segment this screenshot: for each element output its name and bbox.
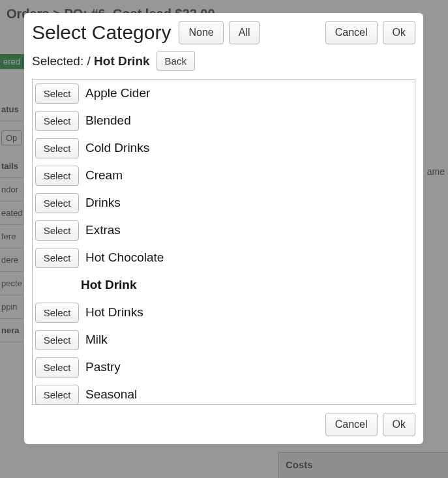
- selected-label: Selected: /: [32, 54, 94, 68]
- category-row: SelectApple Cider: [33, 80, 415, 107]
- select-cell: Select: [33, 382, 82, 406]
- select-category-button[interactable]: Select: [35, 166, 80, 186]
- select-cell: Select: [33, 81, 82, 106]
- select-cell: Select: [33, 300, 82, 325]
- selected-value: Hot Drink: [94, 54, 150, 68]
- none-button[interactable]: None: [179, 21, 223, 44]
- category-row: SelectPastry: [33, 353, 415, 381]
- category-row: SelectHot Chocolate: [33, 244, 415, 271]
- modal-header: Select Category None All Cancel Ok: [32, 21, 415, 44]
- ok-button-top[interactable]: Ok: [383, 21, 415, 44]
- category-row: SelectHot Drinks: [33, 299, 415, 326]
- category-label: Hot Drinks: [82, 305, 143, 320]
- select-category-button[interactable]: Select: [35, 303, 80, 323]
- category-row: SelectDrinks: [33, 189, 415, 217]
- select-cell: Select: [33, 355, 82, 380]
- category-label: Seasonal: [82, 387, 137, 402]
- select-category-modal: Select Category None All Cancel Ok Selec…: [24, 13, 423, 444]
- cancel-button-top[interactable]: Cancel: [325, 21, 378, 44]
- category-label: Apple Cider: [82, 86, 150, 100]
- modal-footer: Cancel Ok: [32, 413, 415, 436]
- select-cell: Select: [33, 163, 82, 188]
- select-cell: Select: [33, 136, 82, 161]
- all-button[interactable]: All: [229, 21, 260, 44]
- select-category-button[interactable]: Select: [35, 193, 80, 213]
- category-label: Extras: [82, 223, 121, 237]
- category-label: Drinks: [82, 196, 121, 210]
- category-label: Cream: [82, 168, 123, 183]
- category-row: SelectMilk: [33, 326, 415, 353]
- select-cell: Select: [33, 218, 82, 243]
- category-row: SelectSeasonal: [33, 381, 415, 405]
- select-category-button[interactable]: Select: [35, 138, 80, 158]
- select-cell: Select: [33, 245, 82, 271]
- select-category-button[interactable]: Select: [35, 220, 80, 241]
- category-label: Cold Drinks: [82, 141, 149, 155]
- select-category-button[interactable]: Select: [35, 111, 80, 131]
- cancel-button-bottom[interactable]: Cancel: [325, 413, 378, 436]
- select-category-button[interactable]: Select: [35, 83, 80, 104]
- select-category-button[interactable]: Select: [35, 248, 80, 268]
- category-row: Hot Drink: [33, 271, 415, 299]
- back-button[interactable]: Back: [157, 51, 195, 71]
- category-row: SelectCold Drinks: [33, 134, 415, 162]
- ok-button-bottom[interactable]: Ok: [383, 413, 415, 436]
- category-row: SelectCream: [33, 162, 415, 189]
- select-category-button[interactable]: Select: [35, 330, 80, 350]
- category-list: SelectApple CiderSelectBlendedSelectCold…: [32, 79, 415, 405]
- modal-title: Select Category: [32, 22, 171, 44]
- select-cell: Select: [33, 108, 82, 134]
- category-label: Milk: [82, 333, 108, 347]
- category-label: Hot Drink: [33, 278, 137, 292]
- select-cell: Select: [33, 190, 82, 216]
- category-label: Hot Chocolate: [82, 250, 164, 265]
- category-row: SelectBlended: [33, 107, 415, 134]
- select-category-button[interactable]: Select: [35, 385, 80, 405]
- category-row: SelectExtras: [33, 217, 415, 244]
- category-label: Blended: [82, 113, 131, 128]
- category-label: Pastry: [82, 360, 121, 374]
- select-category-button[interactable]: Select: [35, 357, 80, 378]
- select-cell: Select: [33, 327, 82, 353]
- selected-breadcrumb: Selected: / Hot Drink Back: [32, 51, 415, 71]
